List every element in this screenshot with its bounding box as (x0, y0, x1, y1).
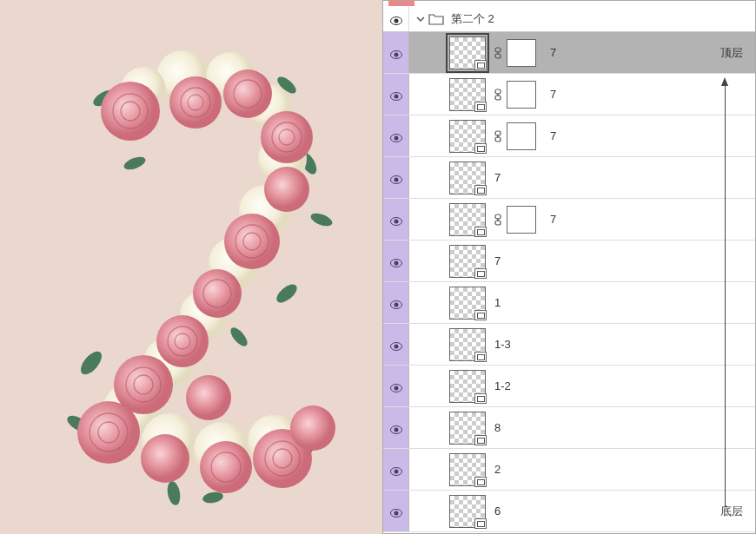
svg-point-62 (394, 52, 398, 56)
layer-thumbnail[interactable] (449, 162, 486, 194)
layer-indent (409, 241, 449, 281)
layer-mask-thumbnail[interactable] (507, 81, 536, 109)
layer-name[interactable]: 7 (494, 171, 501, 184)
layer-indent (409, 324, 449, 365)
smart-object-icon (474, 310, 487, 320)
eye-icon (390, 49, 402, 57)
svg-point-92 (394, 427, 398, 432)
layer-name[interactable]: 6 (494, 504, 501, 518)
svg-point-31 (193, 269, 242, 318)
eye-icon (390, 382, 402, 391)
layer-indent (409, 115, 449, 156)
layer-indent (409, 407, 449, 448)
layer-thumbnail[interactable] (449, 453, 486, 486)
layer-name[interactable]: 8 (494, 421, 501, 434)
layer-row[interactable]: 1 (383, 282, 755, 324)
layer-name[interactable]: 2 (494, 463, 501, 476)
eye-icon (390, 90, 402, 99)
layer-row[interactable]: 7 (383, 115, 755, 157)
eye-icon (390, 424, 402, 432)
layer-name[interactable]: 7 (550, 213, 556, 226)
eye-icon (390, 132, 402, 141)
link-icon[interactable] (492, 211, 504, 228)
svg-point-11 (202, 491, 224, 504)
svg-point-38 (290, 405, 335, 451)
layer-thumbnail[interactable] (449, 370, 486, 403)
layer-row[interactable]: 7顶层 (383, 32, 755, 74)
layer-visibility-toggle[interactable] (383, 74, 409, 115)
link-icon[interactable] (492, 44, 504, 62)
layer-thumbnail[interactable] (449, 120, 486, 153)
layer-thumbnail[interactable] (449, 245, 486, 278)
smart-object-icon (474, 477, 487, 487)
layer-mask-thumbnail[interactable] (507, 122, 536, 150)
svg-point-29 (264, 167, 309, 212)
smart-object-icon (474, 185, 487, 195)
layer-name[interactable]: 7 (494, 254, 501, 267)
svg-point-3 (309, 210, 335, 227)
layer-thumbnail[interactable] (449, 412, 486, 445)
layer-indent (409, 74, 449, 115)
svg-point-35 (141, 434, 189, 483)
layer-indent (409, 199, 449, 240)
layer-visibility-toggle[interactable] (383, 32, 409, 73)
layer-visibility-toggle[interactable] (383, 491, 409, 531)
svg-point-10 (123, 154, 148, 171)
layer-row[interactable]: 1-2 (383, 366, 755, 407)
layer-name[interactable]: 7 (550, 129, 556, 142)
floral-artwork (43, 24, 339, 511)
layer-thumbnail[interactable] (449, 495, 486, 528)
layer-mask-thumbnail[interactable] (507, 39, 536, 67)
layer-thumbnail[interactable] (449, 36, 486, 69)
layer-row[interactable]: 7 (383, 199, 755, 241)
svg-point-36 (200, 441, 252, 493)
layer-visibility-toggle[interactable] (383, 324, 409, 365)
layer-row[interactable]: 8 (383, 407, 755, 449)
layer-name[interactable]: 1 (494, 296, 501, 309)
smart-object-icon (474, 227, 487, 237)
layer-visibility-toggle[interactable] (383, 157, 409, 198)
layer-name[interactable]: 7 (550, 88, 556, 101)
svg-point-32 (156, 315, 209, 367)
layer-row[interactable]: 2 (383, 449, 755, 491)
svg-point-88 (394, 344, 398, 348)
svg-point-5 (77, 347, 106, 378)
group-visibility-toggle[interactable] (383, 6, 409, 31)
layer-visibility-toggle[interactable] (383, 199, 409, 240)
layer-indent (409, 491, 449, 531)
layer-row[interactable]: 1-3 (383, 324, 755, 366)
layer-row[interactable]: 7 (383, 74, 755, 115)
link-icon[interactable] (492, 86, 504, 103)
layer-row[interactable]: 7 (383, 241, 755, 282)
layer-visibility-toggle[interactable] (383, 449, 409, 490)
layer-visibility-toggle[interactable] (383, 241, 409, 281)
layer-thumbnail[interactable] (449, 78, 486, 111)
layer-visibility-toggle[interactable] (383, 407, 409, 448)
layer-row[interactable]: 6底层 (383, 491, 755, 532)
layer-thumbnail[interactable] (449, 203, 486, 236)
layer-thumbnail[interactable] (449, 328, 486, 361)
layer-group-header[interactable]: 第二个 2 (383, 6, 755, 32)
layer-name[interactable]: 7 (550, 46, 556, 59)
eye-icon (390, 340, 402, 349)
svg-point-77 (394, 177, 398, 181)
link-icon[interactable] (492, 128, 504, 145)
layer-name[interactable]: 1-2 (494, 379, 511, 392)
top-layer-label: 顶层 (720, 45, 743, 61)
svg-point-84 (394, 260, 398, 265)
folder-icon (428, 13, 444, 25)
svg-point-4 (274, 280, 300, 306)
layer-visibility-toggle[interactable] (383, 366, 409, 406)
eye-icon (390, 257, 402, 266)
layer-row[interactable]: 7 (383, 157, 755, 199)
layer-mask-thumbnail[interactable] (507, 206, 536, 234)
smart-object-icon (474, 352, 487, 362)
layer-visibility-toggle[interactable] (383, 282, 409, 323)
layer-visibility-toggle[interactable] (383, 115, 409, 156)
layer-thumbnail[interactable] (449, 287, 486, 320)
svg-point-86 (394, 302, 398, 307)
chevron-down-icon[interactable] (416, 15, 425, 23)
group-name[interactable]: 第二个 2 (451, 11, 494, 27)
layer-name[interactable]: 1-3 (494, 338, 511, 351)
svg-point-79 (394, 219, 398, 223)
